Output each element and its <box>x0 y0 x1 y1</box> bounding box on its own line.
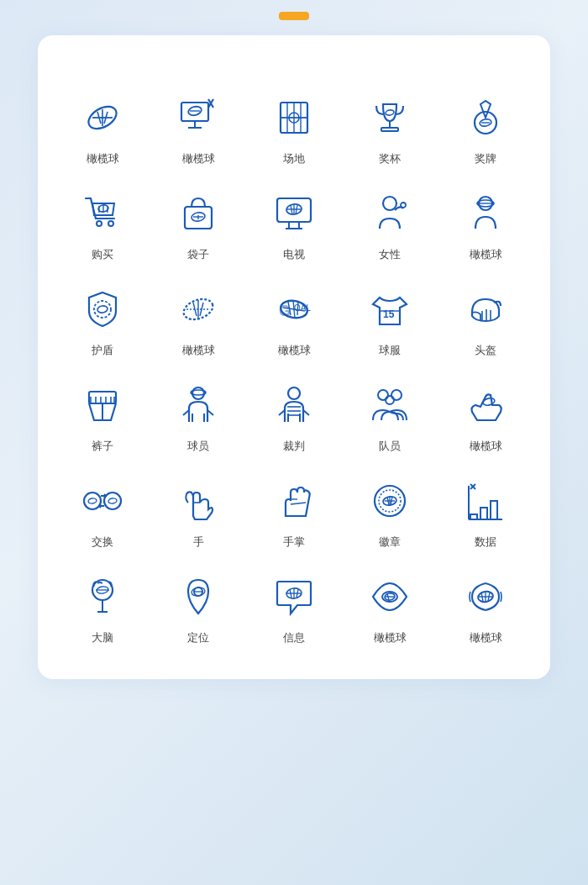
icon-cell-rugby-wreath: 橄榄球 <box>438 558 533 654</box>
icon-cell-jersey: 15 球服 <box>342 271 438 366</box>
icon-rugby-wreath <box>459 570 512 624</box>
icon-trophy <box>363 91 417 145</box>
svg-point-49 <box>97 305 108 313</box>
icon-label-message: 信息 <box>283 630 305 645</box>
icon-label-palm: 手掌 <box>283 535 305 550</box>
icon-field <box>267 91 321 145</box>
svg-point-87 <box>88 498 97 504</box>
icon-label-data: 数据 <box>475 535 496 550</box>
icon-cell-player-avatar: 橄榄球 <box>438 175 533 271</box>
icon-rugby-screen <box>171 91 225 145</box>
icon-label-trophy: 奖杯 <box>379 151 401 166</box>
icon-tv <box>267 187 321 240</box>
icon-hand <box>171 474 225 528</box>
icon-label-rugby-wreath: 橄榄球 <box>470 630 502 645</box>
icon-data <box>459 474 512 528</box>
icon-cell-rugby-screen: 橄榄球 <box>150 79 246 175</box>
icon-cell-referee: 裁判 <box>246 366 342 462</box>
svg-point-24 <box>97 221 102 226</box>
icon-cell-rugby-hands: 橄榄球 <box>438 366 533 462</box>
svg-text:G: G <box>279 303 291 319</box>
icon-pants <box>76 378 129 432</box>
svg-point-20 <box>386 109 395 116</box>
icon-label-bag: 袋子 <box>187 247 209 262</box>
icon-helmet <box>459 282 512 336</box>
icon-label-brain: 大脑 <box>92 630 113 645</box>
icon-label-female: 女性 <box>379 247 401 262</box>
icon-cell-trophy: 奖杯 <box>342 79 438 175</box>
icon-bag <box>171 187 225 240</box>
icon-label-exchange: 交换 <box>92 535 113 550</box>
icon-label-badge-icon: 徽章 <box>379 535 401 550</box>
svg-point-43 <box>383 197 396 210</box>
icon-label-rugby-grunge: 橄榄球 <box>278 343 311 358</box>
icon-label-tv: 电视 <box>283 247 305 262</box>
svg-rect-19 <box>381 128 398 131</box>
icon-cell-badge-icon: 徽章 <box>342 462 438 558</box>
svg-point-85 <box>84 493 101 509</box>
icon-cell-brain: 大脑 <box>55 558 150 654</box>
svg-line-91 <box>291 503 306 504</box>
icon-cell-pants: 裤子 <box>55 366 150 462</box>
svg-rect-67 <box>89 392 116 403</box>
icon-cell-player: 球员 <box>150 366 246 462</box>
icons-grid: 橄榄球 橄榄球 场地 奖杯 奖牌 购买 <box>55 79 533 654</box>
icon-rugby-hands <box>459 378 512 432</box>
icon-label-rugby-eye: 橄榄球 <box>374 630 407 645</box>
svg-point-83 <box>386 396 394 404</box>
svg-point-48 <box>94 301 111 318</box>
icon-palm <box>267 474 321 528</box>
icon-cell-location: 定位 <box>150 558 246 654</box>
svg-rect-100 <box>480 508 487 519</box>
icon-rugby-ball-1 <box>76 91 129 145</box>
icon-cell-field: 场地 <box>246 79 342 175</box>
icon-cell-data: 数据 <box>438 462 533 558</box>
icon-cell-medal: 奖牌 <box>438 79 533 175</box>
icon-cell-tv: 电视 <box>246 175 342 271</box>
icon-label-location: 定位 <box>187 630 209 645</box>
icon-message <box>267 570 321 624</box>
icon-label-rugby-ball-1: 橄榄球 <box>87 151 119 166</box>
icon-label-field: 场地 <box>283 151 305 166</box>
icon-cell-cart: 购买 <box>55 175 150 271</box>
icon-team <box>363 378 417 432</box>
icon-cell-rugby-eye: 橄榄球 <box>342 558 438 654</box>
icon-rugby-eye <box>363 570 417 624</box>
icon-label-shield: 护盾 <box>92 343 113 358</box>
svg-point-88 <box>108 498 118 504</box>
icon-cell-team: 队员 <box>342 366 438 462</box>
icon-label-jersey: 球服 <box>379 343 401 358</box>
icon-cell-exchange: 交换 <box>55 462 150 558</box>
icon-label-hand: 手 <box>193 535 204 550</box>
icon-cart <box>76 187 129 240</box>
icon-rugby-grunge: G OAL <box>267 282 321 336</box>
icon-cell-rugby-dotted: 橄榄球 <box>150 271 246 366</box>
icon-label-pants: 裤子 <box>92 439 113 454</box>
icon-cell-palm: 手掌 <box>246 462 342 558</box>
svg-point-86 <box>104 493 121 509</box>
icon-label-helmet: 头盔 <box>475 343 496 358</box>
icon-cell-rugby-grunge: G OAL 橄榄球 <box>246 271 342 366</box>
icon-shield <box>76 282 129 336</box>
svg-rect-101 <box>491 501 497 519</box>
icon-referee <box>267 378 321 432</box>
icon-cell-helmet: 头盔 <box>438 271 533 366</box>
svg-point-75 <box>192 387 204 399</box>
svg-rect-5 <box>181 103 208 121</box>
icon-cell-shield: 护盾 <box>55 271 150 366</box>
icon-label-player: 球员 <box>187 439 209 454</box>
icon-exchange <box>76 474 129 528</box>
svg-text:OAL: OAL <box>294 303 311 313</box>
svg-text:15: 15 <box>383 308 395 320</box>
svg-point-25 <box>108 221 113 226</box>
icon-location <box>171 570 225 624</box>
icon-label-referee: 裁判 <box>283 439 305 454</box>
icon-label-rugby-dotted: 橄榄球 <box>182 343 215 358</box>
icon-brain <box>76 570 129 624</box>
main-card: 橄榄球 橄榄球 场地 奖杯 奖牌 购买 <box>38 35 550 679</box>
icon-label-team: 队员 <box>379 439 401 454</box>
icon-medal <box>459 91 512 145</box>
icon-female <box>363 187 417 240</box>
icon-cell-female: 女性 <box>342 175 438 271</box>
icon-label-player-avatar: 橄榄球 <box>470 247 502 262</box>
